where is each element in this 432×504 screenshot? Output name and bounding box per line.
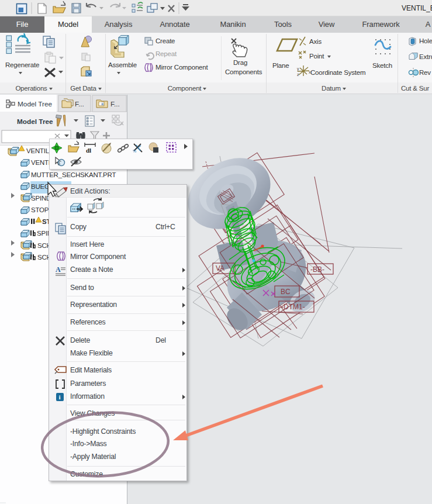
- svg-text:Model Tree: Model Tree: [17, 118, 53, 126]
- svg-text:x: x: [309, 70, 311, 74]
- svg-text:✳: ✳: [101, 102, 105, 107]
- svg-text:y: y: [297, 67, 299, 71]
- svg-text:dl: dl: [86, 147, 91, 154]
- svg-text:A: A: [56, 265, 61, 274]
- svg-text:z: z: [297, 73, 299, 77]
- svg-text:-DTM1-: -DTM1-: [281, 303, 305, 311]
- svg-text:-BB-: -BB-: [310, 265, 324, 274]
- svg-text:F...: F...: [110, 100, 120, 108]
- svg-text:F...: F...: [75, 100, 84, 108]
- svg-text:%: %: [133, 149, 136, 153]
- svg-text:VENTIL_B: VENTIL_B: [402, 4, 432, 12]
- svg-text:BC: BC: [281, 288, 291, 296]
- svg-text:Model Tree: Model Tree: [18, 100, 52, 108]
- svg-text:VA: VA: [216, 264, 224, 272]
- svg-text:i: i: [59, 393, 61, 401]
